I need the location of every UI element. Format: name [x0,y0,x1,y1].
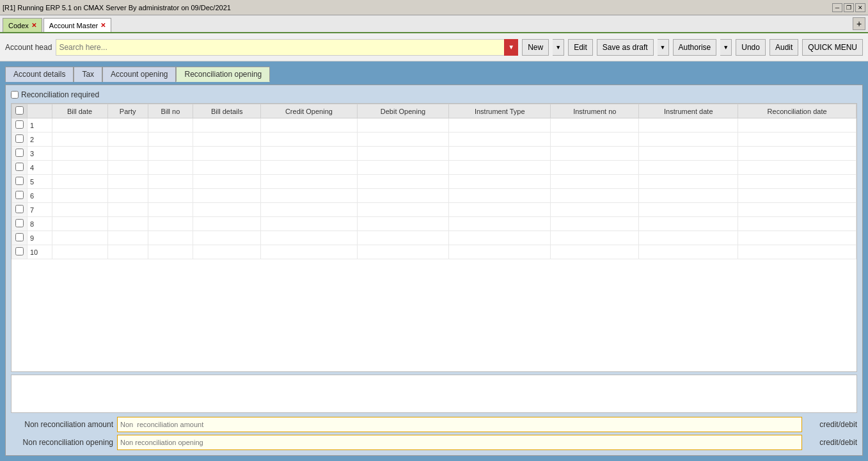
table-cell[interactable] [193,147,261,161]
table-cell[interactable] [449,189,551,203]
table-cell[interactable] [107,245,148,259]
table-cell[interactable] [148,133,193,147]
table-cell[interactable] [639,231,738,245]
table-cell[interactable] [449,161,551,175]
non-recon-opening-input[interactable] [117,435,802,450]
table-cell[interactable] [148,231,193,245]
row-select-checkbox[interactable] [15,247,24,255]
table-cell[interactable] [639,147,738,161]
table-cell[interactable] [357,118,449,133]
new-button[interactable]: New [522,39,549,56]
reconciliation-grid[interactable]: Bill date Party Bill no Bill details Cre… [11,103,857,372]
table-cell[interactable] [639,118,738,133]
tab-tax[interactable]: Tax [74,67,102,82]
table-cell[interactable] [261,245,357,259]
table-cell[interactable] [738,161,856,175]
table-cell[interactable] [193,245,261,259]
table-cell[interactable] [551,175,639,189]
row-select-checkbox[interactable] [15,120,24,129]
table-cell[interactable] [261,231,357,245]
save-draft-dropdown-arrow[interactable]: ▼ [658,39,669,56]
table-cell[interactable] [449,147,551,161]
table-cell[interactable] [107,118,148,133]
table-cell[interactable] [449,175,551,189]
tab-account-opening[interactable]: Account opening [102,67,176,82]
tab-account-master-close[interactable]: ✕ [100,22,106,29]
row-select-checkbox[interactable] [15,177,24,185]
table-cell[interactable] [261,118,357,133]
table-cell[interactable] [639,175,738,189]
restore-button[interactable]: ❐ [844,3,854,12]
table-cell[interactable] [107,189,148,203]
table-cell[interactable] [551,133,639,147]
undo-button[interactable]: Undo [736,39,766,56]
table-cell[interactable] [738,118,856,133]
table-cell[interactable] [148,161,193,175]
table-cell[interactable] [639,161,738,175]
reconciliation-required-checkbox[interactable] [11,91,19,99]
table-cell[interactable] [148,217,193,231]
table-cell[interactable] [449,217,551,231]
table-cell[interactable] [639,217,738,231]
table-cell[interactable] [52,175,107,189]
table-cell[interactable] [551,161,639,175]
table-cell[interactable] [193,231,261,245]
authorise-dropdown-arrow[interactable]: ▼ [720,39,732,56]
non-recon-amount-input[interactable] [117,417,802,432]
table-cell[interactable] [738,147,856,161]
table-cell[interactable] [357,203,449,217]
row-select-checkbox[interactable] [15,205,24,213]
row-select-checkbox[interactable] [15,149,24,157]
table-cell[interactable] [148,189,193,203]
table-cell[interactable] [52,161,107,175]
tab-codex-close[interactable]: ✕ [31,22,36,29]
table-cell[interactable] [52,217,107,231]
table-cell[interactable] [52,203,107,217]
minimize-button[interactable]: ─ [832,3,842,12]
table-cell[interactable] [551,147,639,161]
tab-reconciliation-opening[interactable]: Reconciliation opening [176,67,270,82]
table-cell[interactable] [52,231,107,245]
add-tab-button[interactable]: + [853,17,865,30]
table-cell[interactable] [357,231,449,245]
table-cell[interactable] [52,147,107,161]
row-select-checkbox[interactable] [15,134,24,143]
table-row[interactable]: 6 [12,189,856,203]
table-cell[interactable] [639,189,738,203]
table-cell[interactable] [107,231,148,245]
table-cell[interactable] [738,189,856,203]
tab-codex[interactable]: Codex ✕ [3,18,42,32]
table-row[interactable]: 8 [12,217,856,231]
table-cell[interactable] [148,147,193,161]
tab-account-details[interactable]: Account details [5,67,74,82]
table-cell[interactable] [551,189,639,203]
table-cell[interactable] [261,203,357,217]
table-cell[interactable] [107,161,148,175]
authorise-button[interactable]: Authorise [673,39,717,56]
table-cell[interactable] [738,175,856,189]
table-cell[interactable] [738,231,856,245]
table-cell[interactable] [193,161,261,175]
search-input[interactable] [56,39,518,56]
table-cell[interactable] [261,147,357,161]
table-cell[interactable] [551,231,639,245]
table-cell[interactable] [551,203,639,217]
table-cell[interactable] [107,147,148,161]
quick-menu-button[interactable]: QUICK MENU [802,39,863,56]
table-cell[interactable] [261,189,357,203]
search-dropdown-button[interactable]: ▼ [504,39,518,56]
table-cell[interactable] [193,189,261,203]
table-row[interactable]: 3 [12,147,856,161]
table-cell[interactable] [738,245,856,259]
table-row[interactable]: 2 [12,133,856,147]
table-cell[interactable] [449,133,551,147]
table-cell[interactable] [107,133,148,147]
table-cell[interactable] [357,147,449,161]
audit-button[interactable]: Audit [769,39,798,56]
table-cell[interactable] [639,203,738,217]
table-row[interactable]: 10 [12,245,856,259]
table-cell[interactable] [357,175,449,189]
edit-button[interactable]: Edit [568,39,593,56]
table-cell[interactable] [261,175,357,189]
close-button[interactable]: ✕ [855,3,865,12]
